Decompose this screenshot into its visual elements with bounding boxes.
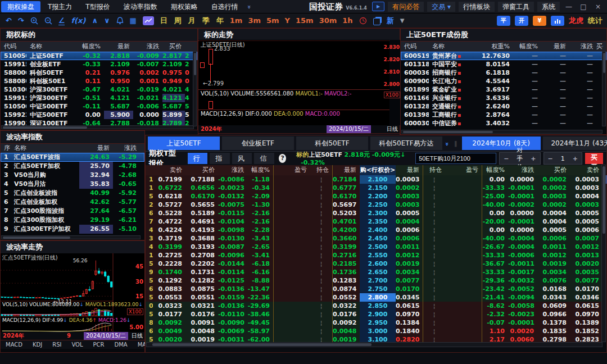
chart-basket-button[interactable]	[551, 16, 564, 26]
option-row[interactable]: 50.12920.1282-0.0125-8.88¦0.12832.7000.0…	[146, 276, 606, 285]
menu-right-item-4[interactable]: 弹窗工具	[498, 2, 534, 12]
copy-window-icon[interactable]	[373, 18, 380, 25]
table-row[interactable]: 600900长江电力4.5544———	[401, 77, 606, 85]
strike-cell[interactable]: 2.100	[360, 175, 396, 184]
option-row[interactable]: 40.31990.3193-0.0087-2.65¦0.31992.5000.0…	[146, 243, 606, 251]
view-tab-风险[interactable]: 风险	[232, 153, 252, 164]
table-row[interactable]: 510050上证50ETF-0.322.818-0.0092.8172	[1, 52, 197, 60]
quote-grid-icon[interactable]: ▦	[130, 16, 137, 25]
option-row[interactable]: 60.00490.0048-0.0069-58.97¦0.00483.0000.…	[146, 327, 606, 335]
tv-icon[interactable]: ▶	[372, 2, 384, 11]
table-row[interactable]: 601398工商银行2.8764———	[401, 111, 606, 119]
dragon-tiger-button[interactable]: 龙虎	[569, 16, 583, 26]
menu-right-item-5[interactable]: 系统	[537, 2, 560, 12]
help-icon[interactable]: ?	[279, 154, 286, 163]
strike-cell[interactable]: 2.150	[360, 184, 396, 192]
period-年[interactable]: 年	[216, 16, 224, 26]
menu-right-item-1[interactable]: 有问必答	[388, 2, 424, 12]
underlying-chart-plot[interactable]: 上证50ETF(日线) 2.833 ←2.799 VOL(5,10) VOLUM…	[198, 40, 390, 125]
contract-input[interactable]	[415, 153, 496, 164]
option-row[interactable]: 60.08830.0875-0.0136-13.47¦0.08742.7500.…	[146, 285, 606, 293]
table-row[interactable]: 159922中证500ETF0.005.9000.0005.8995	[1, 111, 197, 119]
strike-cell[interactable]: 2.350	[360, 217, 396, 226]
option-row[interactable]: 70.47220.4691-0.0104-2.16¦0.47012.3500.0…	[146, 217, 606, 226]
undo-icon[interactable]: ↶	[6, 16, 12, 25]
close-button[interactable]: ×	[592, 3, 604, 11]
underlying-hscrollbar[interactable]	[1, 125, 194, 129]
qty-stepper[interactable]: −1+	[543, 152, 582, 165]
strike-cell[interactable]: 2.200	[360, 192, 396, 201]
table-row[interactable]: 159919沪深300ETF-0.514.121-0.0214.1214	[1, 94, 197, 102]
view-tab-信息[interactable]: 信息	[254, 153, 274, 164]
strike-cell[interactable]: 3.000	[360, 327, 396, 335]
price-mode-stepper[interactable]: −对手价+	[499, 152, 540, 165]
statistics-button[interactable]: 统计	[588, 16, 603, 26]
chart-tab-VOL[interactable]: VOL	[66, 340, 88, 349]
filter-dropdown-icon[interactable]: ▼	[400, 17, 405, 24]
new-chart-button[interactable]: 新	[387, 16, 394, 26]
menu-more-chevron-icon[interactable]: »	[246, 5, 253, 8]
menu-right-item-3[interactable]: 行情板块	[459, 2, 495, 12]
table-row[interactable]: 8汇点300股指加权29.19-6.21	[1, 216, 144, 225]
strike-cell[interactable]: 2.450	[360, 234, 396, 243]
option-row[interactable]: 50.01770.0176-0.0110-38.46¦0.01762.9000.…	[146, 310, 606, 319]
period-季[interactable]: 季	[202, 16, 210, 26]
up-chevron-icon[interactable]: ∧	[92, 16, 98, 25]
option-row[interactable]: 50.05530.0551-0.0159-22.36¦0.05522.8000.…	[146, 293, 606, 302]
period-3m[interactable]: 3m	[248, 16, 261, 25]
chart-tab-RSI[interactable]: RSI	[47, 340, 66, 349]
period-周[interactable]: 周	[174, 16, 182, 26]
formula-icon[interactable]: f(x)	[71, 16, 85, 25]
strike-cell[interactable]: 2.500	[360, 243, 396, 251]
table-row[interactable]: 4V50当月沽35.83-0.65	[1, 180, 144, 189]
period-1m[interactable]: 1m	[230, 16, 243, 25]
strike-cell[interactable]: 2.600	[360, 260, 396, 268]
table-row[interactable]: 588080科创板50E10.110.9500.0010.9490	[1, 77, 197, 85]
chart-view-icon[interactable]	[143, 16, 154, 25]
expand-etf-chevron-icon[interactable]: »	[443, 142, 451, 144]
strike-cell[interactable]: 2.700	[360, 276, 396, 285]
strike-cell[interactable]: 2.750	[360, 285, 396, 293]
strike-cell[interactable]: 2.900	[360, 310, 396, 319]
option-row[interactable]: 50.22280.2202-0.0144-6.18¦0.21852.6000.0…	[146, 260, 606, 268]
strike-cell[interactable]: 2.400	[360, 226, 396, 234]
table-row[interactable]: 600519贵州茅台12.7630———	[401, 52, 606, 60]
constituents-vscrollbar[interactable]	[602, 51, 606, 126]
constituents-hscrollbar[interactable]	[401, 130, 603, 134]
strike-cell[interactable]: 2.850	[360, 302, 396, 310]
tboard-vscrollbar[interactable]	[601, 165, 606, 342]
chart-tab-DMA[interactable]: DMA	[110, 340, 133, 349]
table-row[interactable]: 3V50当月购32.94-2.68	[1, 171, 144, 180]
open-basket-button[interactable]: 开	[515, 16, 528, 26]
table-row[interactable]: 510500中证500ETF-0.115.687-0.0065.6875	[1, 102, 197, 111]
strike-cell[interactable]: 2.800	[360, 293, 396, 302]
menu-tab-6[interactable]: 自选行情	[205, 1, 244, 12]
option-row[interactable]: 10.67220.6656-0.0023-0.34¦0.67772.1500.0…	[146, 184, 606, 192]
price-minus-button[interactable]: −	[500, 155, 513, 162]
minimize-button[interactable]: —	[563, 3, 574, 11]
table-row[interactable]: 601328交通银行2.6240———	[401, 102, 606, 111]
view-tab-行情[interactable]: 行情	[188, 153, 208, 164]
vol-chart-plot[interactable]: 56.26←12.11 汇点50ETF波指(日线) VOL(5,10) VOLU…	[1, 253, 144, 332]
clock-icon[interactable]	[359, 17, 367, 25]
period-日[interactable]: 日	[160, 16, 167, 26]
table-row[interactable]: 601318中国平安8.0154———	[401, 60, 606, 69]
strike-cell[interactable]: 2.650	[360, 268, 396, 276]
etf-tab-科创50ETF易方达[interactable]: 科创50ETF易方达	[370, 136, 442, 150]
etf-tab-创业板ETF[interactable]: 创业板ETF	[222, 136, 294, 150]
alert-bell-icon[interactable]	[116, 17, 124, 25]
period-Y[interactable]: Y	[285, 16, 290, 25]
vol-index-hscrollbar[interactable]	[1, 235, 141, 239]
table-row[interactable]: 588000科创50ETF0.210.9760.0020.9750	[1, 69, 197, 77]
option-row[interactable]: 50.62180.6170-0.0132-2.09¦0.61702.2000.0…	[146, 192, 606, 201]
table-row[interactable]: 9汇点300ETF沪加权26.55-5.10	[1, 225, 144, 234]
period-30m[interactable]: 30m	[319, 16, 337, 25]
table-row[interactable]: 2汇点50ETF加权25.70-4.78	[1, 162, 144, 171]
zoom-in-icon[interactable]	[30, 17, 38, 25]
strike-cell[interactable]: 2.950	[360, 319, 396, 327]
table-row[interactable]: 601166兴业银行3.6336———	[401, 94, 606, 102]
menu-tab-1[interactable]: 期权操盘	[1, 1, 40, 12]
zoom-out-icon[interactable]	[44, 17, 52, 25]
option-row[interactable]: 60.52280.5189-0.0115-2.16¦0.52032.3000.0…	[146, 209, 606, 217]
chart-tab-MACD[interactable]: MACD	[1, 340, 28, 349]
